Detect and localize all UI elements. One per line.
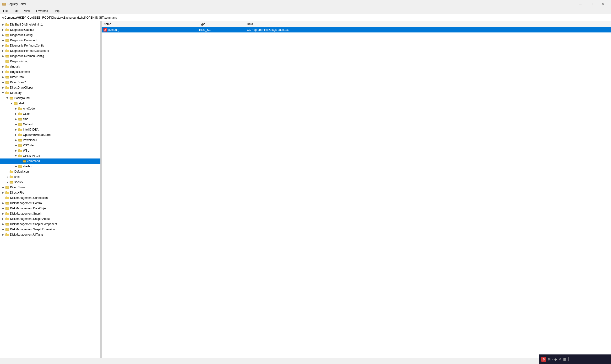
tree-item[interactable]: ▶ Diagnostic.Config	[0, 32, 100, 38]
expand-arrow-icon[interactable]: ▶	[14, 117, 18, 121]
tree-panel[interactable]: ▶ DfsShell.DfsShellAdmin.1▶ Diagnostic.C…	[0, 21, 101, 358]
col-header-data[interactable]: Data	[245, 21, 611, 27]
expand-arrow-icon[interactable]: ▶	[1, 54, 5, 58]
tree-item[interactable]: ▶ DiskManagement.SnapInExtension	[0, 227, 100, 232]
expand-arrow-icon[interactable]: ▶	[1, 222, 5, 226]
folder-icon	[5, 65, 9, 68]
expand-arrow-icon[interactable]: ▶	[1, 39, 5, 42]
maximize-button[interactable]: □	[586, 0, 597, 8]
expand-arrow-icon[interactable]: ▶	[14, 143, 18, 147]
expand-arrow-icon[interactable]: ▶	[1, 65, 5, 68]
expand-arrow-icon[interactable]: ▶	[1, 207, 5, 210]
cell-name-text: (Default)	[108, 28, 119, 31]
tree-item[interactable]: ▶ dingtalk	[0, 64, 100, 69]
expand-arrow-icon[interactable]: ▶	[1, 185, 5, 189]
tree-item[interactable]: ▶ DiskManagement.UITasks	[0, 232, 100, 237]
menu-help[interactable]: Help	[51, 8, 62, 13]
expand-arrow-icon[interactable]: ▶	[5, 96, 9, 100]
tree-item[interactable]: ▶ Diagnostic.Perfmon.Document	[0, 48, 100, 53]
expand-arrow-icon[interactable]: ▶	[1, 23, 5, 26]
col-header-name[interactable]: Name	[102, 21, 197, 27]
expand-arrow-icon[interactable]: ▶	[1, 70, 5, 74]
tree-item[interactable]: ▶ AnyCode	[0, 106, 100, 111]
reg-sz-icon: ab	[103, 28, 107, 31]
expand-arrow-icon[interactable]: ▶	[1, 227, 5, 231]
tree-item[interactable]: ▶ WSL	[0, 148, 100, 153]
menu-file[interactable]: File	[0, 8, 11, 13]
expand-arrow-icon[interactable]: ▶	[1, 75, 5, 79]
expand-arrow-icon[interactable]: ▶	[1, 80, 5, 84]
tree-item[interactable]: ▶ Directory	[0, 90, 100, 95]
folder-icon	[5, 222, 9, 226]
tree-item[interactable]: ▶ DefaultIcon	[0, 169, 100, 174]
tree-item[interactable]: ▶ DiskManagement.SnapInComponent	[0, 221, 100, 227]
expand-arrow-icon[interactable]: ▶	[1, 191, 5, 195]
expand-arrow-icon[interactable]: ▶	[14, 128, 18, 131]
tree-item[interactable]: ▶ shellex	[0, 164, 100, 169]
tree-item[interactable]: ▶ command	[0, 158, 100, 164]
tree-item[interactable]: ▶ Powershell	[0, 138, 100, 143]
tree-item[interactable]: ▶ cmd	[0, 117, 100, 122]
folder-icon	[5, 70, 9, 74]
tree-item[interactable]: ▶ DiskManagement.DataObject	[0, 206, 100, 211]
tree-item[interactable]: ▶ Diagnostic.Document	[0, 38, 100, 43]
expand-arrow-icon[interactable]: ▶	[1, 28, 5, 32]
expand-arrow-icon[interactable]: ▶	[1, 44, 5, 48]
tree-item[interactable]: ▶ shell	[0, 174, 100, 180]
table-row[interactable]: ab(Default)REG_SZC:\Program Files\Git\gi…	[102, 27, 611, 32]
expand-arrow-icon[interactable]: ▶	[14, 107, 18, 111]
tree-item[interactable]: ▶ OpenWithMobaXterm	[0, 132, 100, 138]
tree-item[interactable]: ▶ DiagnosticLog	[0, 59, 100, 64]
tree-item[interactable]: ▶ shellex	[0, 180, 100, 185]
expand-arrow-icon[interactable]: ▶	[14, 112, 18, 116]
back-arrow-icon[interactable]: ◀	[2, 16, 4, 19]
tree-item[interactable]: ▶ OPEN IN GIT	[0, 153, 100, 158]
expand-arrow-icon[interactable]: ▶	[1, 212, 5, 216]
expand-arrow-icon[interactable]: ▶	[1, 233, 5, 236]
tree-item[interactable]: ▶ Diagnostic.Perfmon.Config	[0, 43, 100, 48]
col-header-type[interactable]: Type	[197, 21, 245, 27]
expand-arrow-icon[interactable]: ▶	[14, 164, 18, 168]
expand-arrow-icon[interactable]: ▶	[14, 149, 18, 153]
expand-arrow-icon[interactable]: ▶	[5, 175, 9, 179]
tree-item[interactable]: ▶ dingtalkscheme	[0, 69, 100, 75]
tree-item[interactable]: ▶ GoLand	[0, 122, 100, 127]
expand-arrow-icon[interactable]: ▶	[14, 138, 18, 142]
tree-item[interactable]: ▶ Diagnostic.Cabinet	[0, 27, 100, 32]
minimize-button[interactable]: ─	[575, 0, 586, 8]
expand-arrow-icon[interactable]: ▶	[1, 86, 5, 90]
tree-item[interactable]: ▶ DfsShell.DfsShellAdmin.1	[0, 22, 100, 27]
tree-item-label: DiskManagement.DataObject	[10, 207, 48, 210]
expand-arrow-icon[interactable]: ▶	[1, 49, 5, 53]
expand-arrow-icon[interactable]: ▶	[14, 122, 18, 126]
close-button[interactable]: ✕	[598, 0, 609, 8]
tree-item[interactable]: ▶ DiskManagement.SnapIn	[0, 211, 100, 216]
tree-item[interactable]: ▶ DirectDrawClipper	[0, 85, 100, 90]
tree-item[interactable]: ▶ VSCode	[0, 143, 100, 148]
expand-arrow-icon[interactable]: ▶	[14, 133, 18, 137]
tree-item[interactable]: ▶ shell	[0, 101, 100, 106]
menu-favorites[interactable]: Favorites	[33, 8, 51, 13]
expand-arrow-icon[interactable]: ▶	[1, 33, 5, 37]
tree-item[interactable]: ▶ DirectDraw7	[0, 80, 100, 85]
menu-view[interactable]: View	[21, 8, 33, 13]
tree-item[interactable]: ▶ DirectDraw	[0, 75, 100, 80]
tree-item[interactable]: ▶ CLion	[0, 111, 100, 117]
expand-arrow-icon[interactable]: ▶	[1, 91, 5, 95]
expand-arrow-icon[interactable]: ▶	[14, 154, 18, 158]
tree-item[interactable]: ▶ DirectShow	[0, 185, 100, 190]
expand-arrow-icon[interactable]: ▶	[1, 217, 5, 221]
tree-item[interactable]: ▶ DirectXFile	[0, 190, 100, 195]
menu-edit[interactable]: Edit	[11, 8, 21, 13]
tree-item[interactable]: ▶ DiskManagement.Control	[0, 200, 100, 206]
tree-item[interactable]: ▶ Background	[0, 95, 100, 101]
tree-item-label: Background	[14, 96, 30, 100]
tree-item[interactable]: ▶ Diagnostic.Resmon.Config	[0, 53, 100, 59]
expand-arrow-icon[interactable]: ▶	[5, 180, 9, 184]
expand-arrow-icon[interactable]: ▶	[10, 102, 14, 105]
expand-arrow-icon[interactable]: ▶	[1, 201, 5, 205]
tree-item[interactable]: ▶ DiskManagement.Connection	[0, 195, 100, 200]
tree-item[interactable]: ▶ DiskManagement.SnapInAbout	[0, 216, 100, 221]
tree-item[interactable]: ▶ IntelliJ IDEA	[0, 127, 100, 132]
address-path[interactable]: Computer\HKEY_CLASSES_ROOT\Directory\Bac…	[4, 16, 609, 19]
